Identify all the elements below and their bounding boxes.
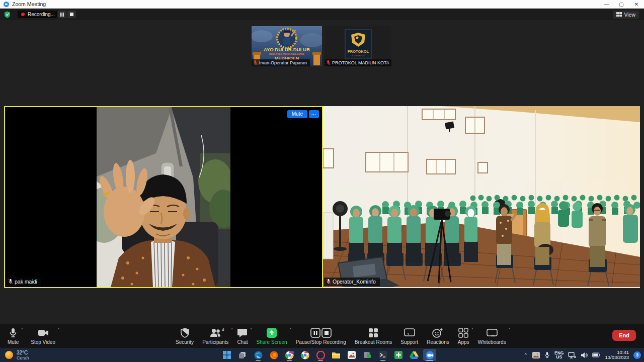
apps-button[interactable]: Apps ⌃ (454, 325, 473, 347)
chrome-icon (301, 351, 309, 359)
windows-taskbar: 32°C Cerah (0, 348, 644, 362)
car-selfie-scene (97, 107, 230, 287)
mute-chevron[interactable]: ⌃ (21, 328, 24, 332)
edge-icon (254, 351, 263, 359)
taskbar-file-explorer[interactable] (330, 349, 343, 361)
svg-text:PROTOKOL: PROTOKOL (348, 49, 369, 54)
maximize-button[interactable]: ▢ (614, 0, 629, 8)
end-meeting-button[interactable]: End (612, 330, 636, 341)
volume-icon[interactable] (581, 352, 588, 358)
svg-text:AYO DULUR-DULUR: AYO DULUR-DULUR (264, 47, 310, 52)
task-view-button[interactable] (236, 349, 249, 361)
taskbar-zoom[interactable] (423, 349, 436, 361)
participant-name: PROTOKOL MADIUN KOTA (332, 60, 389, 65)
view-grid-icon (616, 12, 622, 17)
taskbar-firefox[interactable] (267, 349, 280, 361)
participants-button[interactable]: 4 Participants ⌃ (199, 325, 232, 347)
mute-button[interactable]: Mute ⌃ (4, 325, 22, 347)
zoom-taskbar-icon (426, 351, 434, 359)
terminal-icon (379, 351, 387, 359)
svg-text:BENG PODO RUKUN RAYA KUTHA: BENG PODO RUKUN RAYA KUTHA (269, 53, 304, 55)
stop-icon (70, 13, 73, 16)
breakout-rooms-label: Breakout Rooms (355, 339, 392, 345)
notification-badge[interactable]: 3 (633, 351, 641, 359)
language-region: US (554, 355, 564, 359)
participant-thumbnail-irvan[interactable]: AYO DULUR-DULUR BENG PODO RUKUN RAYA KUT… (252, 26, 322, 66)
chat-button[interactable]: Chat ⌃ (233, 325, 251, 347)
close-button[interactable]: ✕ (629, 0, 644, 8)
speaker-name: pak maidi (15, 279, 37, 285)
participant-name-tag: Irvan-Operator Paparan (252, 59, 310, 66)
share-screen-chevron[interactable]: ⌃ (289, 328, 292, 332)
svg-text:KOTA MADIUN: KOTA MADIUN (352, 55, 365, 57)
muted-mic-icon (326, 60, 331, 65)
participants-label: Participants (202, 339, 228, 345)
clock-widget[interactable]: 10:41 13/03/2023 (605, 350, 629, 360)
audience-name: Operator_Kominfo (333, 279, 376, 285)
whiteboards-icon (487, 328, 498, 338)
taskbar-sheets-app[interactable] (392, 349, 405, 361)
breakout-rooms-button[interactable]: Breakout Rooms (351, 325, 395, 347)
mute-label: Mute (8, 339, 19, 345)
tray-microphone-icon[interactable] (544, 351, 550, 358)
green-plus-app-icon (394, 351, 403, 359)
firefox-icon (270, 351, 278, 359)
security-label: Security (176, 339, 194, 345)
file-explorer-icon (332, 351, 341, 359)
view-button[interactable]: View (613, 11, 639, 19)
breakout-rooms-icon (368, 328, 378, 338)
taskbar-chrome[interactable] (283, 349, 296, 361)
security-button[interactable]: Security (172, 325, 197, 347)
whiteboards-chevron[interactable]: ⌃ (508, 328, 511, 332)
active-speaker-video[interactable]: Mute ⋯ pak maidi (4, 106, 323, 288)
weather-description: Cerah (17, 355, 29, 360)
taskbar-opera[interactable] (314, 349, 327, 361)
recording-label: Recording... (28, 12, 55, 17)
more-options-button[interactable]: ⋯ (309, 110, 319, 118)
participant-thumbnail-protokol[interactable]: PROTOKOL KOTA MADIUN PROTOKOL MADIUN KOT… (325, 26, 391, 66)
participants-count: 4 (222, 327, 224, 332)
stop-video-chevron[interactable]: ⌃ (57, 328, 60, 332)
audience-video[interactable]: Operator_Kominfo (323, 106, 640, 288)
pause-stop-recording-button[interactable]: Pause/Stop Recording (292, 325, 350, 347)
support-button[interactable]: Support (397, 325, 422, 347)
window-title: Zoom Meeting (12, 1, 46, 7)
taskbar-photos-app[interactable] (345, 349, 358, 361)
pause-stop-recording-label: Pause/Stop Recording (296, 339, 346, 345)
network-icon[interactable] (568, 352, 576, 358)
taskbar-edge[interactable] (252, 349, 265, 361)
battery-icon[interactable] (592, 352, 600, 357)
chat-chevron[interactable]: ⌃ (250, 328, 253, 332)
pause-recording-button[interactable] (58, 11, 66, 18)
language-indicator[interactable]: ENG US (554, 351, 564, 359)
tray-chevron-up-icon[interactable]: ⌃ (524, 352, 528, 358)
participants-chevron[interactable]: ⌃ (230, 328, 234, 332)
encryption-shield-icon[interactable] (4, 11, 11, 18)
whiteboards-button[interactable]: Whiteboards ⌃ (474, 325, 510, 347)
apps-chevron[interactable]: ⌃ (471, 328, 474, 332)
window-title-bar: Zoom Meeting — ▢ ✕ (0, 0, 644, 9)
meeting-info-bar: Recording... View (0, 9, 644, 20)
participant-name: Irvan-Operator Paparan (259, 60, 307, 65)
pause-icon (60, 13, 64, 17)
taskbar-chrome-2[interactable] (298, 349, 311, 361)
tray-photos-icon[interactable] (532, 352, 540, 358)
minimize-button[interactable]: — (599, 0, 614, 8)
mute-participant-button[interactable]: Mute (287, 110, 307, 118)
share-screen-label: Share Screen (257, 339, 287, 345)
taskbar-security-app[interactable] (361, 349, 374, 361)
reactions-button[interactable]: Reactions (423, 325, 452, 347)
google-drive-icon (410, 351, 419, 359)
muted-mic-icon (253, 60, 258, 65)
taskbar-drive[interactable] (408, 349, 421, 361)
stop-recording-button[interactable] (67, 11, 76, 18)
support-label: Support (400, 339, 418, 345)
taskbar-terminal[interactable] (376, 349, 389, 361)
start-button[interactable] (220, 349, 233, 361)
security-shield-icon (181, 328, 189, 338)
muted-mic-icon (8, 279, 13, 285)
weather-widget[interactable]: 32°C Cerah (5, 350, 29, 360)
share-screen-button[interactable]: Share Screen ⌃ (253, 325, 291, 347)
chrome-icon (285, 351, 294, 359)
stop-video-button[interactable]: Stop Video ⌃ (27, 325, 59, 347)
